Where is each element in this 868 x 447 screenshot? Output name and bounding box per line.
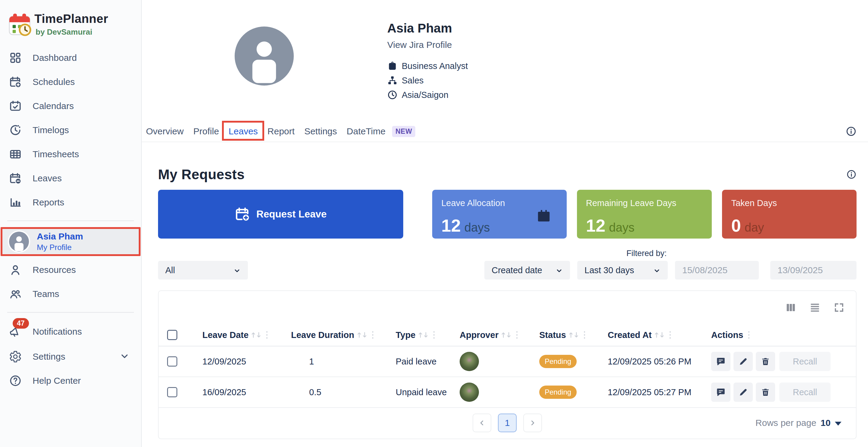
approver-avatar xyxy=(460,382,479,402)
sidebar-profile-name: Asia Pham xyxy=(37,231,83,242)
column-menu-icon[interactable] xyxy=(371,331,375,340)
date-to-input[interactable]: 13/09/2025 xyxy=(770,261,857,279)
pencil-icon xyxy=(738,357,748,366)
sidebar-divider xyxy=(7,220,134,221)
column-menu-icon[interactable] xyxy=(747,331,751,340)
row-checkbox[interactable] xyxy=(167,387,177,397)
sidebar-item-notifications[interactable]: 47 Notifications xyxy=(0,319,141,345)
filter-field-select[interactable]: Created date xyxy=(484,261,570,279)
sidebar-item-timesheets[interactable]: Timesheets xyxy=(0,142,141,166)
view-jira-profile-link[interactable]: View Jira Profile xyxy=(387,40,468,50)
avatar xyxy=(9,232,29,251)
status-badge: Pending xyxy=(539,385,577,399)
created-at-cell: 12/09/2025 05:27 PM xyxy=(608,387,711,397)
calendar-minus-icon xyxy=(9,172,22,185)
sort-icon[interactable] xyxy=(357,331,367,339)
sidebar-item-timelogs[interactable]: Timelogs xyxy=(0,118,141,142)
card-unit: days xyxy=(609,221,634,234)
column-menu-icon[interactable] xyxy=(432,331,436,340)
tab-settings[interactable]: Settings xyxy=(304,126,337,136)
sidebar-item-calendars[interactable]: Calendars xyxy=(0,94,141,118)
column-menu-icon[interactable] xyxy=(668,331,672,340)
sidebar-item-reports[interactable]: Reports xyxy=(0,191,141,214)
type-filter-select[interactable]: All xyxy=(158,261,248,279)
delete-button[interactable] xyxy=(756,352,775,371)
sort-icon[interactable] xyxy=(501,331,511,339)
sidebar-item-label: Notifications xyxy=(33,326,82,337)
tab-overview[interactable]: Overview xyxy=(146,126,184,136)
sidebar-item-my-profile[interactable]: Asia Pham My Profile xyxy=(1,227,141,256)
comment-button[interactable] xyxy=(711,382,731,402)
column-header: Leave Duration xyxy=(291,330,354,340)
sidebar-item-label: Resources xyxy=(33,265,76,275)
request-leave-button[interactable]: Request Leave xyxy=(158,190,403,239)
card-title: Taken Days xyxy=(731,198,847,208)
calendar-check-icon xyxy=(9,100,22,112)
info-icon[interactable] xyxy=(846,169,857,179)
comment-button[interactable] xyxy=(711,352,731,371)
column-menu-icon[interactable] xyxy=(515,331,519,340)
tab-leaves[interactable]: Leaves xyxy=(228,126,258,136)
leave-duration-cell: 1 xyxy=(291,357,396,367)
page-title: My Requests xyxy=(158,166,245,182)
sidebar-item-schedules[interactable]: Schedules xyxy=(0,70,141,94)
table-row: 12/09/2025 1 Paid leave Pending 12/09/20… xyxy=(159,346,856,377)
job-title: Business Analyst xyxy=(402,61,468,71)
edit-button[interactable] xyxy=(734,382,753,402)
notification-count-badge: 47 xyxy=(13,318,29,329)
rows-per-page: Rows per page 10 xyxy=(755,408,841,438)
column-menu-icon[interactable] xyxy=(265,331,269,340)
tab-datetime[interactable]: DateTime xyxy=(346,126,385,136)
sort-icon[interactable] xyxy=(251,331,261,339)
sidebar-item-dashboard[interactable]: Dashboard xyxy=(0,46,141,70)
clock-icon xyxy=(9,124,22,136)
page-1-button[interactable]: 1 xyxy=(498,414,517,432)
app-title: TimePlanner xyxy=(34,12,108,26)
sidebar-item-leaves[interactable]: Leaves xyxy=(0,166,141,191)
previous-page-button[interactable] xyxy=(473,414,491,432)
remaining-leave-days-card: Remaining Leave Days 12 days xyxy=(577,190,712,239)
edit-button[interactable] xyxy=(734,352,753,371)
delete-button[interactable] xyxy=(756,382,775,402)
fullscreen-icon[interactable] xyxy=(834,302,844,313)
sidebar-divider xyxy=(7,312,134,313)
caret-down-icon[interactable] xyxy=(835,422,841,425)
info-icon[interactable] xyxy=(846,126,857,137)
select-all-checkbox[interactable] xyxy=(167,330,177,340)
sidebar-item-label: Schedules xyxy=(33,77,75,87)
row-density-icon[interactable] xyxy=(809,302,820,313)
next-page-button[interactable] xyxy=(523,414,542,432)
sidebar-item-resources[interactable]: Resources xyxy=(0,258,141,282)
sort-icon[interactable] xyxy=(418,331,428,339)
sort-icon[interactable] xyxy=(568,331,579,339)
recall-button[interactable]: Recall xyxy=(779,382,831,402)
chevron-right-icon xyxy=(529,419,536,427)
card-value: 0 xyxy=(731,215,741,236)
column-menu-icon[interactable] xyxy=(582,331,587,340)
sidebar: TimePlanner by DevSamurai Dashboard Sche… xyxy=(0,0,142,447)
sidebar-item-label: Calendars xyxy=(33,101,74,111)
table-row: 16/09/2025 0.5 Unpaid leave Pending 12/0… xyxy=(159,377,856,408)
calendar-icon xyxy=(536,208,551,223)
rows-per-page-label: Rows per page xyxy=(755,418,816,428)
rows-per-page-value[interactable]: 10 xyxy=(820,418,831,428)
sidebar-item-teams[interactable]: Teams xyxy=(0,282,141,306)
row-checkbox[interactable] xyxy=(167,356,177,367)
chevron-down-icon xyxy=(653,267,660,274)
tab-report[interactable]: Report xyxy=(268,126,294,136)
sidebar-item-help-center[interactable]: Help Center xyxy=(0,369,141,393)
profile-tabs: Overview Profile Leaves Report Settings … xyxy=(142,122,868,141)
sort-icon[interactable] xyxy=(654,331,664,339)
comment-icon xyxy=(716,357,726,366)
recall-button[interactable]: Recall xyxy=(779,352,831,371)
status-badge: Pending xyxy=(539,355,577,368)
column-header: Status xyxy=(539,330,566,340)
tab-profile[interactable]: Profile xyxy=(193,126,219,136)
app-logo: TimePlanner by DevSamurai xyxy=(0,11,141,37)
columns-view-icon[interactable] xyxy=(785,302,796,313)
bar-chart-icon xyxy=(9,196,22,209)
date-from-input[interactable]: 15/08/2025 xyxy=(675,261,759,279)
profile-header: Asia Pham View Jira Profile Business Ana… xyxy=(387,21,468,100)
sidebar-item-settings[interactable]: Settings xyxy=(0,345,141,369)
date-range-select[interactable]: Last 30 days xyxy=(577,261,668,279)
